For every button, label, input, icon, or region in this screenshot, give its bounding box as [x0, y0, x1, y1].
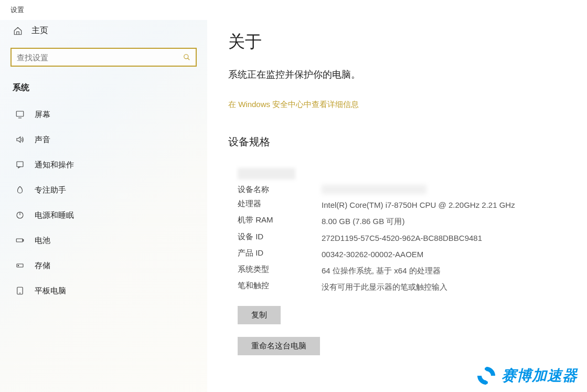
spec-row-device-id: 设备 ID 272D1195-57C5-4520-962A-BC88DBBC94…	[238, 232, 566, 244]
nav-item-notifications[interactable]: 通知和操作	[0, 152, 207, 177]
nav-item-tablet[interactable]: 平板电脑	[0, 278, 207, 303]
spec-label: 设备 ID	[238, 232, 322, 242]
spec-value-blurred	[322, 185, 426, 194]
svg-line-1	[188, 58, 190, 60]
nav-label: 存储	[35, 261, 50, 271]
section-label: 系统	[0, 79, 207, 102]
search-input[interactable]	[17, 53, 183, 62]
copy-button[interactable]: 复制	[238, 306, 281, 324]
svg-point-14	[485, 367, 488, 370]
spec-row-product-id: 产品 ID 00342-30262-00002-AAOEM	[238, 248, 566, 260]
home-nav[interactable]: 主页	[0, 20, 207, 41]
window-title: 设置	[0, 0, 587, 20]
blurred-region	[238, 168, 295, 179]
spec-value: Intel(R) Core(TM) i7-8750H CPU @ 2.20GHz…	[322, 199, 515, 211]
spec-row-system-type: 系统类型 64 位操作系统, 基于 x64 的处理器	[238, 264, 566, 277]
nav-item-storage[interactable]: 存储	[0, 253, 207, 278]
svg-point-10	[18, 265, 19, 266]
nav-item-sound[interactable]: 声音	[0, 127, 207, 152]
spec-label: 设备名称	[238, 185, 322, 195]
nav-list: 屏幕 声音 通知和操作 专注助手	[0, 102, 207, 303]
rename-button[interactable]: 重命名这台电脑	[238, 337, 320, 355]
nav-item-focus[interactable]: 专注助手	[0, 177, 207, 203]
search-icon	[183, 54, 190, 61]
sound-icon	[15, 134, 25, 145]
nav-label: 电池	[35, 236, 50, 246]
spec-value: 00342-30262-00002-AAOEM	[322, 248, 423, 260]
svg-point-15	[485, 381, 488, 384]
nav-label: 通知和操作	[35, 160, 74, 170]
tablet-icon	[15, 285, 25, 296]
power-icon	[15, 210, 25, 220]
battery-icon	[15, 235, 25, 246]
spec-title: 设备规格	[228, 135, 566, 149]
nav-item-battery[interactable]: 电池	[0, 228, 207, 253]
nav-label: 电源和睡眠	[35, 210, 74, 220]
spec-value: 64 位操作系统, 基于 x64 的处理器	[322, 264, 441, 277]
home-icon	[13, 26, 23, 36]
security-link[interactable]: 在 Windows 安全中心中查看详细信息	[228, 100, 359, 110]
watermark: 赛博加速器	[475, 365, 578, 387]
nav-label: 声音	[35, 135, 50, 145]
search-box[interactable]	[10, 48, 197, 67]
svg-rect-2	[16, 111, 24, 116]
spec-row-device-name: 设备名称	[238, 185, 566, 195]
svg-rect-4	[17, 162, 23, 167]
page-title: 关于	[228, 30, 566, 54]
svg-rect-7	[16, 239, 23, 242]
nav-item-display[interactable]: 屏幕	[0, 102, 207, 127]
spec-value: 272D1195-57C5-4520-962A-BC88DBBC9481	[322, 232, 482, 244]
notification-icon	[15, 160, 25, 170]
spec-value: 没有可用于此显示器的笔或触控输入	[322, 281, 447, 293]
spec-value: 8.00 GB (7.86 GB 可用)	[322, 215, 404, 227]
spec-row-pen-touch: 笔和触控 没有可用于此显示器的笔或触控输入	[238, 281, 566, 293]
spec-label: 处理器	[238, 199, 322, 209]
nav-label: 专注助手	[35, 185, 66, 195]
svg-point-0	[184, 55, 188, 59]
storage-icon	[15, 260, 25, 271]
svg-rect-8	[23, 240, 24, 241]
spec-label: 系统类型	[238, 264, 322, 274]
protect-status: 系统正在监控并保护你的电脑。	[228, 68, 566, 81]
nav-label: 平板电脑	[35, 286, 66, 296]
nav-item-power[interactable]: 电源和睡眠	[0, 203, 207, 228]
spec-row-processor: 处理器 Intel(R) Core(TM) i7-8750H CPU @ 2.2…	[238, 199, 566, 211]
main-content: 关于 系统正在监控并保护你的电脑。 在 Windows 安全中心中查看详细信息 …	[207, 20, 587, 392]
sidebar: 主页 系统 屏幕 声音	[0, 20, 207, 392]
spec-label: 机带 RAM	[238, 215, 322, 225]
spec-row-ram: 机带 RAM 8.00 GB (7.86 GB 可用)	[238, 215, 566, 227]
watermark-text: 赛博加速器	[501, 366, 578, 386]
watermark-logo-icon	[475, 365, 497, 387]
spec-label: 产品 ID	[238, 248, 322, 258]
home-label: 主页	[31, 25, 48, 36]
spec-table: 设备名称 处理器 Intel(R) Core(TM) i7-8750H CPU …	[238, 185, 566, 293]
nav-label: 屏幕	[35, 110, 50, 120]
focus-icon	[15, 185, 25, 195]
spec-label: 笔和触控	[238, 281, 322, 291]
display-icon	[15, 109, 25, 120]
